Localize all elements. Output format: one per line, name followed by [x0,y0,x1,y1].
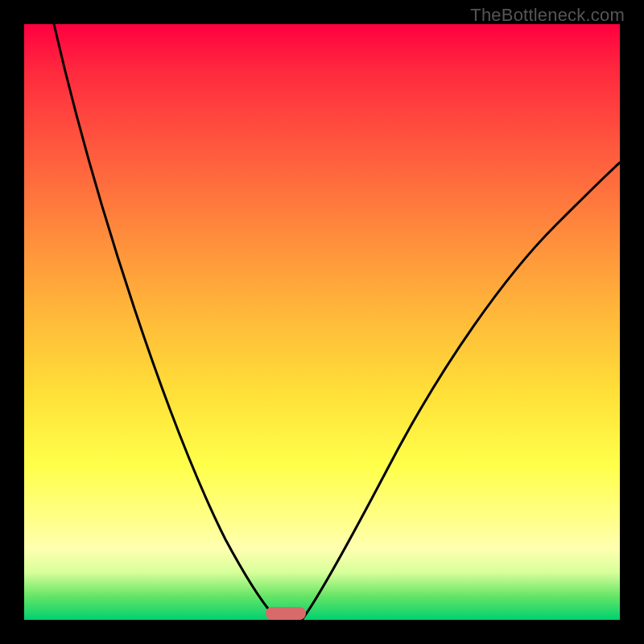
plot-area [24,24,620,620]
right-curve [302,163,620,620]
watermark-text: TheBottleneck.com [470,5,625,26]
chart-frame: TheBottleneck.com [0,0,644,644]
optimal-range-marker [266,607,306,620]
left-curve [54,24,278,620]
bottleneck-curves [24,24,620,620]
